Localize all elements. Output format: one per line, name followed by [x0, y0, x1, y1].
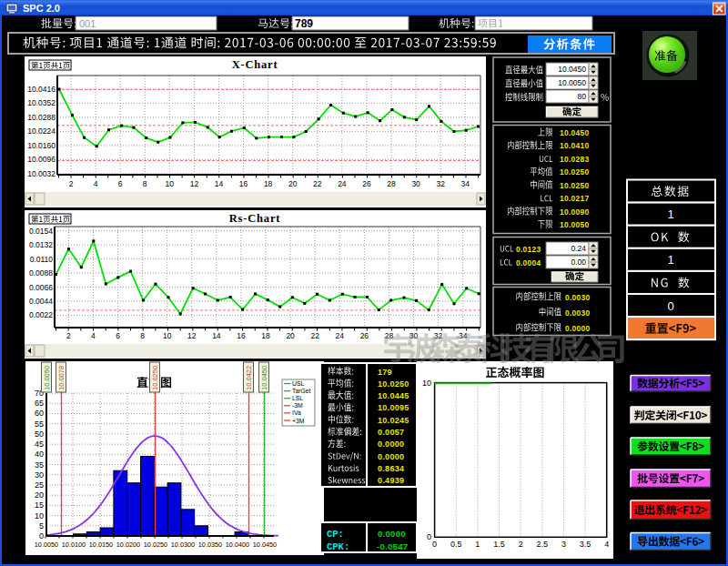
svg-text:0.0022: 0.0022	[29, 310, 53, 319]
svg-text:-3M: -3M	[292, 402, 303, 409]
svg-text:1: 1	[475, 540, 480, 549]
svg-text:18: 18	[264, 179, 273, 188]
svg-text:+3M: +3M	[292, 418, 305, 424]
svg-text:16: 16	[239, 179, 248, 188]
svg-text:10.0450: 10.0450	[260, 366, 268, 390]
svg-text:10.0283: 10.0283	[560, 155, 589, 164]
svg-text:0.0000: 0.0000	[565, 324, 590, 333]
svg-text:10.0050: 10.0050	[35, 541, 58, 549]
svg-text:35: 35	[35, 460, 44, 470]
svg-text:15: 15	[35, 500, 44, 510]
svg-text:SPC 2.0: SPC 2.0	[23, 3, 60, 14]
svg-text:14: 14	[215, 179, 224, 188]
svg-text:0.0057: 0.0057	[378, 428, 404, 437]
svg-text:IVa: IVa	[292, 409, 301, 416]
svg-text:34: 34	[461, 179, 470, 188]
svg-text:CP:: CP:	[327, 529, 344, 540]
svg-text:10.0250: 10.0250	[378, 379, 410, 389]
svg-text:CPK:: CPK:	[327, 541, 349, 552]
svg-text:10.0250: 10.0250	[560, 181, 589, 190]
svg-text:32: 32	[436, 179, 445, 188]
svg-text:22: 22	[310, 331, 319, 340]
svg-text:2: 2	[66, 331, 71, 340]
svg-text:24: 24	[338, 179, 347, 188]
svg-text:10.0050: 10.0050	[560, 220, 589, 229]
svg-text:0: 0	[427, 532, 431, 541]
svg-text:0.0000: 0.0000	[378, 529, 406, 539]
svg-text:10: 10	[163, 331, 172, 340]
svg-text:10.0032: 10.0032	[27, 169, 56, 178]
svg-text:10.0410: 10.0410	[560, 141, 589, 150]
svg-text:8: 8	[143, 179, 147, 188]
svg-text:1.5: 1.5	[493, 540, 505, 549]
svg-text:10.0050: 10.0050	[558, 78, 586, 87]
svg-text:0.0004: 0.0004	[516, 258, 541, 268]
svg-text:1: 1	[667, 253, 673, 267]
svg-text:0: 0	[432, 540, 437, 549]
svg-text:10.0245: 10.0245	[378, 416, 410, 425]
svg-text:14: 14	[212, 331, 221, 340]
svg-text:10.0095: 10.0095	[378, 403, 410, 412]
svg-text:0.00: 0.00	[571, 258, 586, 267]
svg-text:789: 789	[295, 17, 313, 30]
svg-text:10: 10	[166, 179, 175, 188]
svg-text:6: 6	[118, 179, 123, 188]
svg-text:30: 30	[35, 470, 44, 480]
svg-text:6: 6	[116, 331, 120, 340]
svg-text:10.0250: 10.0250	[560, 167, 589, 177]
svg-text:3.5: 3.5	[580, 540, 592, 549]
svg-text:28: 28	[387, 179, 396, 188]
svg-text:0.0110: 0.0110	[30, 255, 54, 264]
svg-text:001: 001	[79, 18, 96, 29]
svg-text:10.0078: 10.0078	[57, 366, 66, 390]
svg-text:12: 12	[190, 179, 199, 188]
svg-text:10.0150: 10.0150	[89, 541, 113, 549]
svg-text:5: 5	[39, 521, 44, 531]
svg-text:3: 3	[561, 540, 566, 549]
svg-text:4: 4	[604, 540, 609, 549]
svg-text:20: 20	[288, 179, 298, 188]
svg-text:10.0450: 10.0450	[253, 541, 277, 549]
svg-text:20: 20	[286, 331, 295, 340]
svg-text:0.0154: 0.0154	[29, 227, 53, 236]
svg-text:40: 40	[35, 450, 44, 459]
svg-text:Rs-Chart: Rs-Chart	[229, 212, 280, 225]
svg-text:22: 22	[313, 179, 322, 188]
svg-text:10.0250: 10.0250	[144, 541, 167, 549]
svg-text:65: 65	[35, 399, 44, 408]
svg-text:2: 2	[519, 540, 523, 549]
svg-text:10.0450: 10.0450	[558, 65, 586, 74]
svg-text:0.0000: 0.0000	[378, 452, 404, 461]
svg-text:10.0200: 10.0200	[116, 541, 140, 549]
svg-text:10.0352: 10.0352	[27, 98, 56, 107]
svg-text:0.0030: 0.0030	[565, 293, 590, 302]
svg-text:10.0445: 10.0445	[378, 391, 410, 400]
svg-text:10.0450: 10.0450	[560, 128, 589, 137]
svg-text:10.0422: 10.0422	[245, 366, 253, 390]
svg-text:X-Chart: X-Chart	[232, 58, 278, 71]
svg-text:0.0066: 0.0066	[29, 283, 53, 292]
svg-text:8: 8	[140, 331, 145, 340]
svg-text:0.24: 0.24	[571, 244, 586, 253]
svg-text:10.0416: 10.0416	[27, 85, 56, 94]
svg-text:50: 50	[35, 430, 44, 439]
svg-text:20: 20	[35, 490, 44, 500]
svg-text:179: 179	[378, 368, 392, 377]
svg-text:10.0288: 10.0288	[27, 113, 56, 122]
svg-text:USL: USL	[292, 380, 304, 387]
svg-text:10.0050: 10.0050	[43, 366, 51, 390]
svg-text:24: 24	[336, 331, 345, 340]
svg-text:-0.0547: -0.0547	[377, 541, 408, 551]
svg-text:18: 18	[261, 331, 270, 340]
svg-text:80: 80	[578, 92, 587, 101]
svg-text:45: 45	[35, 440, 44, 449]
svg-text:10: 10	[35, 511, 44, 521]
svg-text:10: 10	[422, 379, 431, 388]
svg-text:16: 16	[237, 331, 246, 340]
svg-text:0: 0	[39, 531, 44, 541]
svg-text:4: 4	[91, 331, 96, 340]
svg-text:30: 30	[411, 179, 420, 188]
svg-text:0.0123: 0.0123	[516, 245, 541, 254]
svg-text:0.0030: 0.0030	[565, 308, 590, 318]
svg-text:0.0132: 0.0132	[29, 240, 53, 249]
